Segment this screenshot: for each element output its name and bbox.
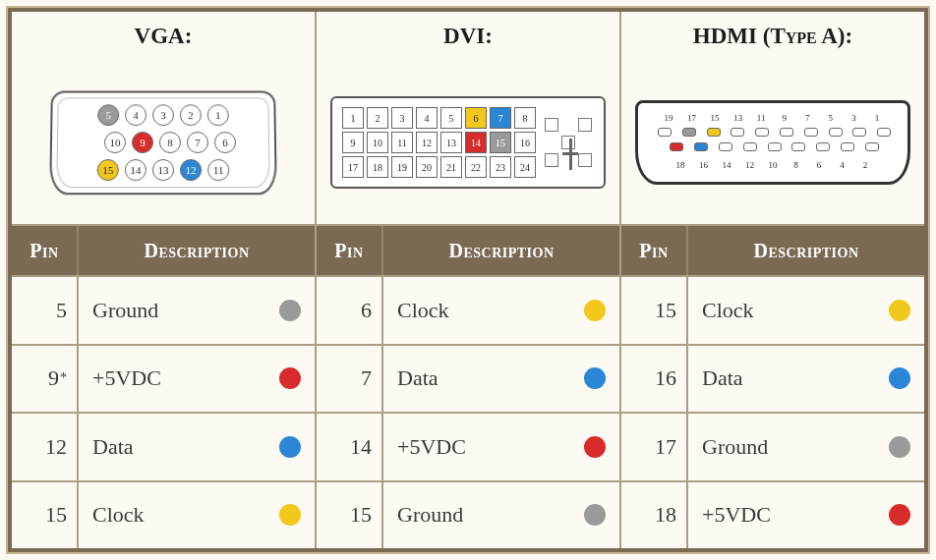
- color-dot-icon: [279, 504, 301, 526]
- pin-number: 6: [317, 277, 383, 344]
- dvi-pin-20: 20: [416, 156, 438, 178]
- pinout-comparison-panel: VGA: 543211098761514131211 DVI: 12345678…: [8, 8, 928, 552]
- hdmi-block: HDMI (Type A): 191715131197531 181614121…: [621, 12, 924, 224]
- dvi-pin-10: 10: [367, 132, 388, 153]
- vga-pin-12: 12: [180, 159, 202, 181]
- color-dot-icon: [584, 367, 606, 389]
- pin-description: Clock: [688, 277, 924, 344]
- dvi-pin-23: 23: [490, 156, 511, 178]
- hdmi-title: HDMI (Type A):: [621, 12, 924, 61]
- dvi-pin-22: 22: [465, 156, 487, 178]
- pin-description: +5VDC: [383, 414, 619, 480]
- dvi-block: DVI: 12345678910111213141516171819202122…: [317, 12, 621, 224]
- hdmi-pin-10: [768, 142, 782, 151]
- dvi-pin-18: 18: [367, 156, 388, 178]
- pin-description: +5VDC: [688, 482, 924, 549]
- dvi-pin-11: 11: [391, 132, 413, 153]
- vga-pin-5: 5: [97, 104, 119, 126]
- color-dot-icon: [889, 367, 910, 389]
- dvi-pin-6: 6: [465, 107, 487, 129]
- vga-pin-1: 1: [207, 104, 229, 126]
- vga-pin-3: 3: [152, 104, 174, 126]
- table-row: 12Data: [12, 414, 315, 482]
- vga-pin-6: 6: [214, 132, 236, 153]
- header-pin: Pin: [12, 226, 79, 275]
- vga-pin-9: 9: [132, 132, 153, 153]
- table-row: 7Data: [317, 346, 619, 415]
- vga-pin-14: 14: [125, 159, 146, 181]
- header-row: Pin Description Pin Description Pin Desc…: [12, 226, 924, 277]
- pin-number: 15: [621, 277, 688, 344]
- pin-description: Ground: [688, 414, 924, 480]
- pin-number: 7: [317, 346, 383, 413]
- dvi-pin-3: 3: [391, 107, 413, 129]
- hdmi-pin-8: [791, 142, 805, 151]
- table-row: 5Ground: [12, 277, 315, 346]
- table-row: 16Data: [621, 346, 924, 415]
- table-row: 15Ground: [317, 482, 619, 549]
- hdmi-pin-14: [719, 142, 732, 151]
- diagram-row: VGA: 543211098761514131211 DVI: 12345678…: [12, 12, 924, 226]
- table-row: 15Clock: [12, 482, 315, 549]
- color-dot-icon: [889, 436, 910, 458]
- dvi-pin-16: 16: [514, 132, 536, 153]
- dvi-pin-13: 13: [440, 132, 462, 153]
- pin-number: 15: [317, 482, 383, 549]
- pin-number: 12: [12, 414, 79, 480]
- hdmi-pin-18: [670, 142, 683, 151]
- hdmi-pin-4: [841, 142, 854, 151]
- table-row: 14+5VDC: [317, 414, 619, 482]
- pin-description: Clock: [79, 482, 315, 549]
- dvi-pin-9: 9: [342, 132, 364, 153]
- dvi-pin-19: 19: [391, 156, 413, 178]
- pin-number: 9*: [12, 346, 79, 413]
- dvi-pin-21: 21: [440, 156, 462, 178]
- pin-description: Ground: [383, 482, 619, 549]
- dvi-connector-icon: 123456789101112131415161718192021222324: [330, 96, 606, 189]
- vga-pin-10: 10: [104, 132, 126, 153]
- pin-description: Data: [79, 414, 315, 480]
- vga-block: VGA: 543211098761514131211: [12, 12, 317, 224]
- vga-title: VGA:: [12, 12, 315, 61]
- dvi-pin-5: 5: [440, 107, 462, 129]
- vga-pin-15: 15: [97, 159, 119, 181]
- body-row: 5Ground9*+5VDC12Data15Clock 6Clock7Data1…: [12, 277, 924, 548]
- pin-number: 5: [12, 277, 79, 344]
- vga-pin-7: 7: [187, 132, 208, 153]
- vga-diagram: 543211098761514131211: [12, 61, 315, 224]
- hdmi-pin-12: [743, 142, 757, 151]
- dvi-pin-4: 4: [416, 107, 438, 129]
- vga-pin-2: 2: [180, 104, 202, 126]
- color-dot-icon: [279, 300, 301, 321]
- pin-number: 17: [621, 414, 688, 480]
- dvi-pin-1: 1: [342, 107, 364, 129]
- table-row: 9*+5VDC: [12, 346, 315, 415]
- color-dot-icon: [584, 436, 606, 458]
- header-desc: Description: [79, 226, 315, 275]
- dvi-pin-24: 24: [514, 156, 536, 178]
- pin-description: Data: [688, 346, 924, 413]
- hdmi-pin-2: [865, 142, 879, 151]
- vga-pin-11: 11: [207, 159, 229, 181]
- color-dot-icon: [584, 300, 606, 321]
- table-row: 18+5VDC: [621, 482, 924, 549]
- vga-connector-icon: 543211098761514131211: [49, 91, 277, 196]
- dvi-pin-14: 14: [465, 132, 487, 153]
- hdmi-pin-16: [694, 142, 708, 151]
- dvi-pin-7: 7: [490, 107, 511, 129]
- hdmi-diagram: 191715131197531 18161412108642: [621, 61, 924, 224]
- dvi-pin-15: 15: [490, 132, 511, 153]
- pin-number: 18: [621, 482, 688, 549]
- header-pin: Pin: [317, 226, 383, 275]
- dvi-diagram: 123456789101112131415161718192021222324: [317, 61, 619, 224]
- table-row: 15Clock: [621, 277, 924, 346]
- pin-number: 14: [317, 414, 383, 480]
- pin-description: Data: [383, 346, 619, 413]
- vga-pin-8: 8: [159, 132, 181, 153]
- header-desc: Description: [383, 226, 619, 275]
- pin-description: Ground: [79, 277, 315, 344]
- dvi-pin-12: 12: [416, 132, 438, 153]
- header-desc: Description: [688, 226, 924, 275]
- header-pin: Pin: [621, 226, 688, 275]
- hdmi-pin-6: [816, 142, 830, 151]
